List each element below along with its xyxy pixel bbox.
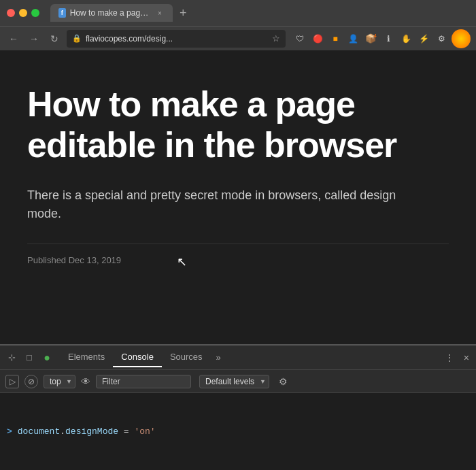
browser-window: f How to make a page editable × + ← → ↻ …: [0, 0, 476, 470]
ext-emoji2-icon[interactable]: ⚡: [416, 31, 431, 46]
code-designmode: designMode: [65, 426, 118, 437]
tab-console[interactable]: Console: [113, 348, 162, 367]
page-content: How to make a page editable in the brows…: [0, 50, 476, 344]
active-tab[interactable]: f How to make a page editable ×: [50, 4, 173, 22]
devtools-green-icon[interactable]: ●: [39, 350, 54, 365]
console-prompt: >: [7, 426, 12, 437]
devtools-vertical-dots[interactable]: ⋮: [442, 352, 457, 363]
code-dot: .: [60, 426, 65, 437]
published-label: Published: [27, 255, 66, 265]
reload-button[interactable]: ↻: [46, 31, 63, 47]
ext-info-icon[interactable]: ℹ: [381, 31, 396, 46]
context-select[interactable]: top: [44, 375, 75, 388]
tab-close-button[interactable]: ×: [155, 8, 165, 18]
minimize-traffic-light[interactable]: [19, 9, 27, 17]
devtools-tab-bar: ⊹ □ ● Elements Console Sources » ⋮ ×: [0, 346, 476, 370]
ext-shield-icon[interactable]: 🛡: [292, 31, 307, 46]
levels-select[interactable]: Default levels: [199, 375, 269, 388]
context-select-wrapper: top ▼: [44, 375, 75, 388]
code-equals: =: [118, 426, 134, 437]
address-bar[interactable]: [86, 34, 268, 44]
levels-select-wrapper: Default levels ▼: [199, 375, 269, 388]
tab-favicon: f: [58, 8, 66, 18]
devtools-box-icon[interactable]: □: [22, 350, 37, 365]
forward-button[interactable]: →: [26, 31, 42, 47]
published-date: Dec 13, 2019: [69, 255, 121, 265]
code-value: 'on': [134, 426, 155, 437]
extensions-area: 🛡 🔴 ■ 👤 📦4 ℹ ✋ ⚡ ⚙: [292, 29, 471, 48]
console-code-line[interactable]: document.designMode = 'on': [18, 426, 156, 437]
page-published: Published Dec 13, 2019: [27, 244, 449, 265]
ext-logo-icon[interactable]: [452, 29, 471, 48]
console-toolbar: ▷ ⊘ top ▼ 👁 Filter Default levels ▼ ⚙: [0, 370, 476, 393]
tab-title: How to make a page editable: [70, 8, 151, 18]
tab-sources[interactable]: Sources: [162, 348, 211, 367]
page-subtitle: There is a special and pretty secret mod…: [27, 186, 408, 223]
ext-privacy-icon[interactable]: 🔴: [310, 31, 325, 46]
filter-input-wrapper[interactable]: Filter: [96, 375, 191, 388]
filter-label: Filter: [102, 377, 120, 386]
back-button[interactable]: ←: [5, 31, 22, 47]
ext-user-icon[interactable]: 👤: [345, 31, 360, 46]
devtools-cursor-icon[interactable]: ⊹: [4, 350, 19, 365]
maximize-traffic-light[interactable]: [31, 9, 39, 17]
devtools-close-button[interactable]: ×: [461, 352, 472, 363]
tab-bar: f How to make a page editable × +: [50, 4, 191, 22]
close-traffic-light[interactable]: [7, 9, 15, 17]
page-title: How to make a page editable in the brows…: [27, 84, 449, 166]
console-output: > document.designMode = 'on': [0, 393, 476, 470]
ext-badge-icon[interactable]: 📦4: [363, 31, 378, 46]
console-stop-button[interactable]: ⊘: [24, 375, 38, 388]
console-eye-icon[interactable]: 👁: [81, 376, 90, 387]
console-gear-icon[interactable]: ⚙: [279, 376, 288, 387]
devtools-panel: ⊹ □ ● Elements Console Sources » ⋮ × ▷ ⊘: [0, 344, 476, 470]
ext-emoji1-icon[interactable]: ✋: [398, 31, 413, 46]
new-tab-button[interactable]: +: [175, 6, 191, 20]
nav-bar: ← → ↻ 🔒 ☆ 🛡 🔴 ■ 👤 📦4 ℹ ✋ ⚡ ⚙: [0, 26, 476, 50]
ext-orange-icon[interactable]: ■: [328, 31, 343, 46]
address-bar-wrapper[interactable]: 🔒 ☆: [67, 30, 286, 48]
tab-elements[interactable]: Elements: [60, 348, 113, 367]
code-document: document: [18, 426, 60, 437]
title-bar: f How to make a page editable × +: [0, 0, 476, 26]
ext-settings-icon[interactable]: ⚙: [434, 31, 449, 46]
traffic-lights: [7, 9, 39, 17]
bookmark-star-icon[interactable]: ☆: [272, 33, 280, 44]
lock-icon: 🔒: [72, 34, 82, 43]
devtools-actions: ⋮ ×: [442, 352, 472, 363]
console-run-button[interactable]: ▷: [5, 375, 19, 388]
devtools-more-tabs[interactable]: »: [211, 352, 226, 363]
devtools-tool-icons: ⊹ □ ●: [4, 350, 54, 365]
